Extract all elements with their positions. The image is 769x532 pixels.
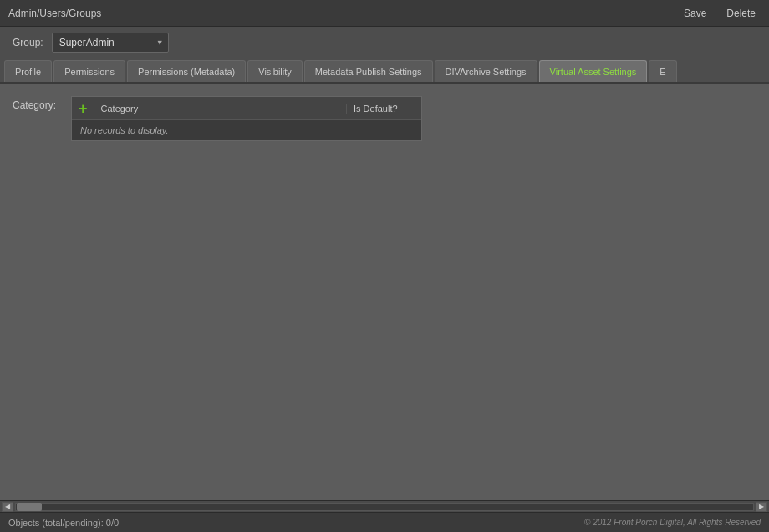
tab-profile[interactable]: Profile bbox=[4, 60, 52, 82]
group-label: Group: bbox=[13, 37, 43, 48]
category-grid-header: + Category Is Default? bbox=[72, 97, 421, 120]
category-grid: + Category Is Default? No records to dis… bbox=[71, 96, 422, 141]
tab-permissions-metadata[interactable]: Permissions (Metadata) bbox=[127, 60, 246, 82]
tab-metadata-publish[interactable]: Metadata Publish Settings bbox=[304, 60, 433, 82]
col-header-category: Category bbox=[94, 104, 346, 114]
save-button[interactable]: Save bbox=[679, 6, 711, 21]
tab-permissions[interactable]: Permissions bbox=[53, 60, 125, 82]
copyright-text: © 2012 Front Porch Digital, All Rights R… bbox=[584, 518, 761, 527]
no-records-message: No records to display. bbox=[72, 120, 421, 140]
breadcrumb: Admin/Users/Groups bbox=[8, 8, 101, 19]
scroll-left-button[interactable]: ◀ bbox=[2, 502, 13, 512]
group-row: Group: SuperAdmin Admin Users bbox=[0, 27, 769, 58]
main-content: Category: + Category Is Default? No reco… bbox=[0, 84, 769, 500]
tab-visibility[interactable]: Visibility bbox=[247, 60, 303, 82]
horizontal-scrollbar[interactable]: ◀ ▶ bbox=[0, 500, 769, 512]
scroll-thumb[interactable] bbox=[17, 503, 42, 511]
tabs-row: Profile Permissions Permissions (Metadat… bbox=[0, 58, 769, 84]
delete-button[interactable]: Delete bbox=[721, 6, 761, 21]
header-bar: Admin/Users/Groups Save Delete bbox=[0, 0, 769, 27]
scroll-right-button[interactable]: ▶ bbox=[756, 502, 767, 512]
add-category-button[interactable]: + bbox=[72, 97, 94, 120]
tab-extra[interactable]: E bbox=[649, 60, 676, 82]
objects-status: Objects (total/pending): 0/0 bbox=[8, 518, 119, 528]
category-label: Category: bbox=[13, 96, 63, 111]
app: Admin/Users/Groups Save Delete Group: Su… bbox=[0, 0, 769, 532]
group-select-wrapper: SuperAdmin Admin Users bbox=[52, 33, 169, 53]
col-header-isdefault: Is Default? bbox=[346, 104, 421, 114]
category-section: Category: + Category Is Default? No reco… bbox=[13, 96, 756, 141]
footer: Objects (total/pending): 0/0 © 2012 Fron… bbox=[0, 512, 769, 532]
tab-divarchive[interactable]: DIVArchive Settings bbox=[435, 60, 537, 82]
header-actions: Save Delete bbox=[679, 6, 761, 21]
group-select[interactable]: SuperAdmin Admin Users bbox=[52, 33, 169, 53]
tab-virtual-asset[interactable]: Virtual Asset Settings bbox=[539, 60, 648, 82]
scroll-track[interactable] bbox=[15, 503, 754, 511]
